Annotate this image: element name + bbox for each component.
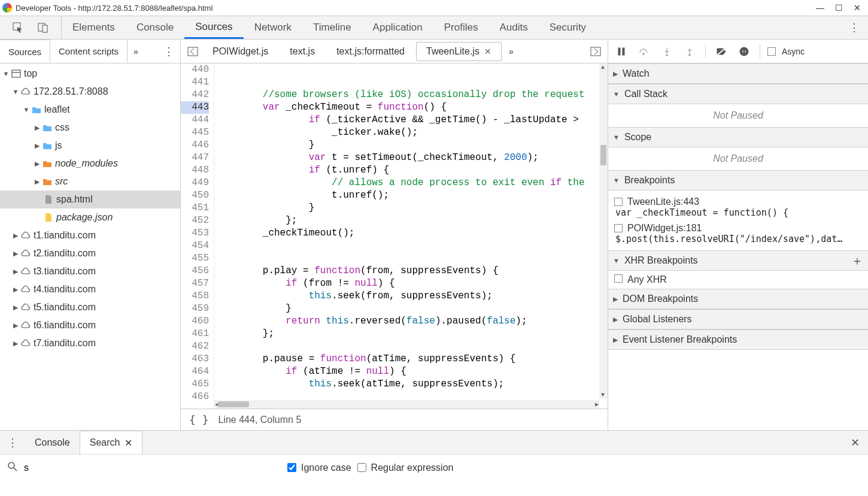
panel-breakpoints[interactable]: ▼Breakpoints bbox=[608, 170, 868, 190]
horizontal-scrollbar[interactable]: ◀▶ bbox=[214, 400, 599, 409]
step-over-icon[interactable] bbox=[636, 43, 652, 60]
sidebar-tab-content-scripts[interactable]: Content scripts bbox=[50, 40, 128, 63]
panel-dom-breakpoints[interactable]: ▶DOM Breakpoints bbox=[608, 289, 868, 309]
svg-rect-6 bbox=[591, 47, 600, 56]
pretty-print-icon[interactable]: { } bbox=[189, 413, 209, 426]
sidebar-tabs-overflow-icon[interactable]: » bbox=[128, 47, 144, 56]
scope-body: Not Paused bbox=[608, 147, 868, 170]
tree-t7[interactable]: ▶t7.tianditu.com bbox=[0, 334, 180, 352]
toggle-debugger-pane-icon[interactable] bbox=[587, 43, 604, 60]
code-editor[interactable]: //some browsers (like iOS) occasionally … bbox=[214, 63, 608, 409]
tree-css[interactable]: ▶css bbox=[0, 119, 180, 137]
tab-network[interactable]: Network bbox=[244, 16, 302, 39]
minimize-button[interactable]: — bbox=[816, 3, 824, 13]
vertical-scrollbar[interactable]: ▲▼ bbox=[599, 63, 608, 399]
breakpoint-item[interactable]: POIWidget.js:181 $.post(this.resolveURI(… bbox=[614, 220, 862, 247]
tab-sources[interactable]: Sources bbox=[184, 16, 243, 39]
step-out-icon[interactable] bbox=[681, 43, 698, 60]
pause-icon[interactable] bbox=[613, 43, 630, 60]
any-xhr-checkbox[interactable] bbox=[614, 274, 623, 283]
line-gutter[interactable]: 4404414424434444454464474484494504514524… bbox=[181, 63, 214, 409]
tree-t4[interactable]: ▶t4.tianditu.com bbox=[0, 280, 180, 298]
panel-event-listener-breakpoints[interactable]: ▶Event Listener Breakpoints bbox=[608, 329, 868, 350]
maximize-button[interactable]: ☐ bbox=[835, 3, 843, 13]
tree-t5[interactable]: ▶t5.tianditu.com bbox=[0, 298, 180, 316]
inspect-element-icon[interactable] bbox=[10, 19, 26, 36]
drawer-tab-console[interactable]: Console bbox=[25, 431, 80, 454]
ignore-case-checkbox[interactable] bbox=[287, 463, 296, 472]
async-label: Async bbox=[782, 47, 805, 56]
tree-js[interactable]: ▶js bbox=[0, 137, 180, 155]
close-search-tab-icon[interactable]: ✕ bbox=[125, 437, 132, 449]
svg-line-17 bbox=[14, 468, 17, 471]
sidebar-menu-kebab-icon[interactable]: ⋮ bbox=[157, 45, 180, 58]
panel-xhr-breakpoints[interactable]: ▼XHR Breakpoints＋ bbox=[608, 250, 868, 271]
add-xhr-breakpoint-icon[interactable]: ＋ bbox=[851, 253, 863, 269]
svg-point-11 bbox=[689, 54, 691, 56]
breakpoint-checkbox[interactable] bbox=[614, 198, 623, 206]
call-stack-body: Not Paused bbox=[608, 104, 868, 127]
tree-t2[interactable]: ▶t2.tianditu.com bbox=[0, 244, 180, 262]
tab-timeline[interactable]: Timeline bbox=[302, 16, 362, 39]
ignore-case-option[interactable]: Ignore case bbox=[287, 462, 351, 473]
close-window-button[interactable]: ✕ bbox=[854, 3, 861, 13]
panel-watch[interactable]: ▶Watch bbox=[608, 63, 868, 84]
breakpoint-checkbox[interactable] bbox=[614, 224, 623, 232]
step-into-icon[interactable] bbox=[658, 43, 675, 60]
tree-t1[interactable]: ▶t1.tianditu.com bbox=[0, 226, 180, 244]
editor-tab-text[interactable]: text.js bbox=[280, 42, 325, 61]
toggle-navigator-icon[interactable] bbox=[184, 43, 201, 60]
pause-on-exceptions-icon[interactable] bbox=[736, 43, 752, 60]
editor-pane: POIWidget.js text.js text.js:formatted T… bbox=[181, 40, 608, 430]
device-toggle-icon[interactable] bbox=[35, 19, 51, 36]
tab-profiles[interactable]: Profiles bbox=[433, 16, 489, 39]
breakpoints-body: TweenLite.js:443 var _checkTimeout = fun… bbox=[608, 190, 868, 250]
window-title: Developer Tools - http://172.28.51.7:808… bbox=[16, 4, 213, 13]
window-titlebar: Developer Tools - http://172.28.51.7:808… bbox=[0, 0, 868, 16]
regex-checkbox[interactable] bbox=[357, 463, 366, 472]
editor-tab-text-formatted[interactable]: text.js:formatted bbox=[326, 42, 415, 61]
cursor-position: Line 444, Column 5 bbox=[218, 415, 302, 425]
regex-option[interactable]: Regular expression bbox=[357, 462, 454, 473]
tree-spa-html[interactable]: spa.html bbox=[0, 190, 180, 208]
panel-scope[interactable]: ▼Scope bbox=[608, 127, 868, 147]
debugger-pane: Async ▶Watch ▼Call Stack Not Paused ▼Sco… bbox=[608, 40, 868, 430]
tab-application[interactable]: Application bbox=[362, 16, 433, 39]
tree-top[interactable]: ▼top bbox=[0, 65, 180, 83]
tree-node-modules[interactable]: ▶node_modules bbox=[0, 155, 180, 173]
editor-tab-tweenlite[interactable]: TweenLite.js✕ bbox=[416, 42, 502, 61]
close-tab-icon[interactable]: ✕ bbox=[484, 47, 491, 56]
devtools-main-tabs: Elements Console Sources Network Timelin… bbox=[0, 16, 868, 40]
editor-tabs-overflow-icon[interactable]: » bbox=[503, 47, 520, 56]
tab-console[interactable]: Console bbox=[126, 16, 184, 39]
svg-point-10 bbox=[666, 54, 668, 56]
editor-tab-poiwidget[interactable]: POIWidget.js bbox=[202, 42, 278, 61]
svg-rect-5 bbox=[188, 47, 198, 56]
breakpoint-item[interactable]: TweenLite.js:443 var _checkTimeout = fun… bbox=[614, 194, 862, 220]
main-menu-kebab-icon[interactable]: ⋮ bbox=[840, 21, 868, 34]
tree-leaflet[interactable]: ▼leaflet bbox=[0, 101, 180, 119]
drawer-tab-search[interactable]: Search✕ bbox=[80, 431, 143, 454]
tab-security[interactable]: Security bbox=[539, 16, 597, 39]
deactivate-breakpoints-icon[interactable] bbox=[713, 43, 730, 60]
search-icon bbox=[7, 461, 18, 474]
tree-src[interactable]: ▶src bbox=[0, 173, 180, 190]
search-input[interactable] bbox=[24, 462, 281, 473]
tree-t3[interactable]: ▶t3.tianditu.com bbox=[0, 262, 180, 280]
drawer-menu-kebab-icon[interactable]: ⋮ bbox=[0, 436, 25, 449]
sources-sidebar: Sources Content scripts » ⋮ ▼top ▼172.28… bbox=[0, 40, 181, 430]
tree-package-json[interactable]: package.json bbox=[0, 208, 180, 226]
tree-host[interactable]: ▼172.28.51.7:8088 bbox=[0, 83, 180, 101]
panel-global-listeners[interactable]: ▶Global Listeners bbox=[608, 309, 868, 329]
svg-rect-8 bbox=[623, 48, 624, 55]
panel-call-stack[interactable]: ▼Call Stack bbox=[608, 84, 868, 104]
search-bar: Ignore case Regular expression bbox=[0, 454, 868, 480]
async-checkbox[interactable] bbox=[767, 47, 776, 56]
sidebar-tab-sources[interactable]: Sources bbox=[0, 40, 50, 63]
tab-elements[interactable]: Elements bbox=[62, 16, 126, 39]
tab-audits[interactable]: Audits bbox=[488, 16, 538, 39]
xhr-body: Any XHR bbox=[608, 271, 868, 289]
tree-t6[interactable]: ▶t6.tianditu.com bbox=[0, 316, 180, 334]
close-drawer-icon[interactable]: ✕ bbox=[842, 436, 868, 449]
file-tree[interactable]: ▼top ▼172.28.51.7:8088 ▼leaflet ▶css ▶js… bbox=[0, 63, 180, 430]
